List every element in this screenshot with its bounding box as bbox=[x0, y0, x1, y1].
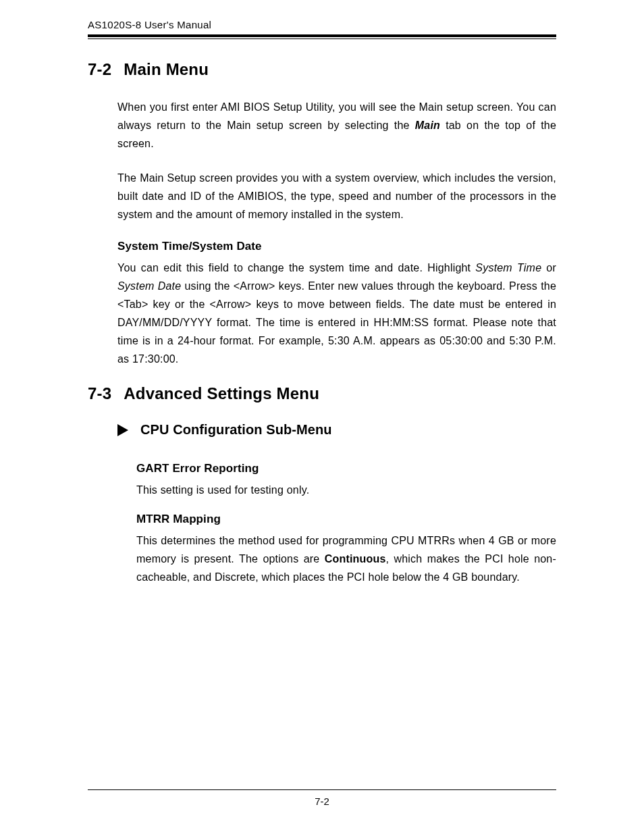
paragraph: You can edit this field to change the sy… bbox=[117, 259, 556, 368]
page-header: AS1020S-8 User's Manual bbox=[88, 19, 556, 37]
submenu-title: CPU Configuration Sub-Menu bbox=[140, 422, 332, 438]
paragraph: This determines the method used for prog… bbox=[136, 531, 556, 586]
section-7-2-heading: 7-2Main Menu bbox=[88, 60, 556, 79]
paragraph: The Main Setup screen provides you with … bbox=[117, 169, 556, 224]
subsection-heading-mtrr: MTRR Mapping bbox=[136, 513, 556, 526]
section-title: Advanced Settings Menu bbox=[124, 384, 319, 402]
subsection-heading-system-time: System Time/System Date bbox=[117, 240, 556, 253]
section-title: Main Menu bbox=[124, 60, 209, 78]
emphasis-continuous: Continuous bbox=[325, 553, 386, 565]
subsection-heading-gart: GART Error Reporting bbox=[136, 462, 556, 475]
section-number: 7-2 bbox=[88, 60, 111, 79]
submenu-row: CPU Configuration Sub-Menu bbox=[88, 422, 556, 438]
section-7-2-body: When you first enter AMI BIOS Setup Util… bbox=[88, 98, 556, 368]
page-footer: 7-2 bbox=[88, 789, 556, 807]
emphasis-system-time: System Time bbox=[475, 262, 541, 273]
page-content: 7-2Main Menu When you first enter AMI BI… bbox=[88, 60, 556, 586]
paragraph: When you first enter AMI BIOS Setup Util… bbox=[117, 98, 556, 153]
manual-title: AS1020S-8 User's Manual bbox=[88, 19, 211, 30]
page-number: 7-2 bbox=[315, 796, 329, 807]
emphasis-main-tab: Main bbox=[415, 120, 440, 131]
document-page: AS1020S-8 User's Manual 7-2Main Menu Whe… bbox=[0, 0, 644, 834]
emphasis-system-date: System Date bbox=[117, 280, 181, 292]
triangle-right-icon bbox=[117, 424, 128, 436]
section-7-3-heading: 7-3Advanced Settings Menu bbox=[88, 384, 556, 403]
submenu-body: GART Error Reporting This setting is use… bbox=[88, 462, 556, 586]
section-number: 7-3 bbox=[88, 384, 111, 403]
paragraph: This setting is used for testing only. bbox=[136, 481, 556, 499]
